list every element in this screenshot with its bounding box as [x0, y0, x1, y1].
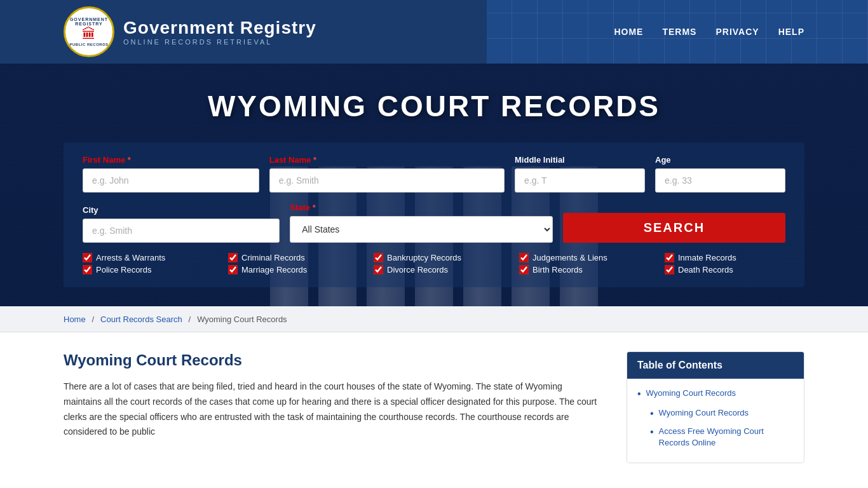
nav-help[interactable]: HELP [778, 27, 804, 37]
search-button[interactable]: SEARCH [563, 213, 785, 243]
age-label: Age [655, 155, 785, 165]
checkbox-death-input[interactable] [665, 265, 674, 274]
logo-area: Government Registry 🏛 Public Records Gov… [64, 6, 316, 57]
checkbox-criminal-input[interactable] [228, 253, 238, 262]
first-name-input[interactable] [83, 168, 259, 193]
checkbox-marriage-input[interactable] [228, 265, 238, 274]
search-form: First Name * Last Name * Middle Initial … [64, 142, 804, 287]
logo-top-text: Government Registry [65, 17, 112, 26]
breadcrumb-home[interactable]: Home [64, 315, 86, 324]
checkbox-col-2: Bankruptcy Records Divorce Records [374, 253, 494, 274]
toc-item-3: • Access Free Wyoming Court Records Onli… [650, 426, 794, 449]
form-row-2: City State * All States Wyoming SEARCH [83, 203, 785, 243]
last-name-label: Last Name * [269, 155, 505, 165]
breadcrumb-current: Wyoming Court Records [197, 315, 287, 324]
content-area: Wyoming Court Records There are a lot of… [0, 332, 868, 482]
checkbox-birth-label: Birth Records [532, 265, 583, 274]
checkbox-birth[interactable]: Birth Records [519, 265, 640, 274]
state-group: State * All States Wyoming [290, 203, 553, 243]
toc-sidebar: Table of Contents • Wyoming Court Record… [627, 351, 804, 463]
city-group: City [83, 205, 280, 243]
toc-link-1[interactable]: Wyoming Court Records [646, 388, 736, 399]
checkbox-col-3: Judgements & Liens Birth Records [519, 253, 640, 274]
main-article: Wyoming Court Records There are a lot of… [64, 351, 627, 440]
checkbox-birth-input[interactable] [519, 265, 529, 274]
brand-sub: Online Records Retrieval [123, 38, 316, 46]
article-title: Wyoming Court Records [64, 351, 601, 369]
nav-terms[interactable]: TERMS [662, 27, 696, 37]
form-row-1: First Name * Last Name * Middle Initial … [83, 155, 785, 193]
main-nav: HOME TERMS PRIVACY HELP [614, 27, 804, 37]
breadcrumb-sep-1: / [92, 315, 95, 324]
toc-bullet-1: • [637, 388, 641, 401]
site-header: Government Registry 🏛 Public Records Gov… [0, 0, 868, 64]
toc-bullet-2: • [650, 407, 654, 421]
checkbox-inmate[interactable]: Inmate Records [665, 253, 785, 262]
toc-item-1: • Wyoming Court Records [637, 388, 794, 401]
state-label: State * [290, 203, 553, 212]
checkbox-police-label: Police Records [96, 265, 151, 274]
middle-initial-input[interactable] [515, 168, 645, 193]
checkbox-divorce-input[interactable] [374, 265, 383, 274]
checkbox-bankruptcy-input[interactable] [374, 253, 383, 262]
toc-sub: • Wyoming Court Records • Access Free Wy… [650, 407, 794, 449]
checkbox-divorce[interactable]: Divorce Records [374, 265, 494, 274]
middle-initial-group: Middle Initial [515, 155, 645, 193]
toc-bullet-3: • [650, 426, 654, 439]
state-select[interactable]: All States Wyoming [290, 216, 553, 243]
checkbox-judgements-label: Judgements & Liens [532, 253, 607, 262]
age-input[interactable] [655, 168, 785, 193]
checkbox-death[interactable]: Death Records [665, 265, 785, 274]
brand-name: Government Registry [123, 18, 316, 38]
checkbox-arrests[interactable]: Arrests & Warrants [83, 253, 203, 262]
checkbox-police-input[interactable] [83, 265, 92, 274]
hero-section: Wyoming Court Records First Name * Last … [0, 64, 868, 306]
toc-link-2[interactable]: Wyoming Court Records [659, 407, 749, 419]
hero-title: Wyoming Court Records [64, 89, 804, 123]
toc-item-2: • Wyoming Court Records [650, 407, 794, 421]
city-label: City [83, 205, 280, 215]
city-input[interactable] [83, 219, 280, 243]
last-name-group: Last Name * [269, 155, 505, 193]
checkbox-bankruptcy[interactable]: Bankruptcy Records [374, 253, 494, 262]
checkbox-judgements[interactable]: Judgements & Liens [519, 253, 640, 262]
checkbox-col-0: Arrests & Warrants Police Records [83, 253, 203, 274]
checkbox-arrests-label: Arrests & Warrants [96, 253, 165, 262]
logo-inner: Government Registry 🏛 Public Records [65, 17, 112, 46]
brand-text: Government Registry Online Records Retri… [123, 18, 316, 46]
nav-privacy[interactable]: PRIVACY [715, 27, 759, 37]
breadcrumb: Home / Court Records Search / Wyoming Co… [0, 306, 868, 332]
checkbox-divorce-label: Divorce Records [387, 265, 448, 274]
age-group: Age [655, 155, 785, 193]
checkbox-inmate-input[interactable] [665, 253, 674, 262]
first-name-group: First Name * [83, 155, 259, 193]
hero-content: Wyoming Court Records First Name * Last … [64, 89, 804, 287]
article-body: There are a lot of cases that are being … [64, 379, 601, 440]
toc-link-3[interactable]: Access Free Wyoming Court Records Online [659, 426, 794, 449]
toc-header: Table of Contents [627, 352, 804, 379]
first-name-label: First Name * [83, 155, 259, 165]
toc-list: • Wyoming Court Records • Wyoming Court … [627, 379, 804, 463]
nav-home[interactable]: HOME [614, 27, 643, 37]
checkbox-arrests-input[interactable] [83, 253, 92, 262]
checkbox-marriage-label: Marriage Records [241, 265, 307, 274]
building-icon: 🏛 [65, 26, 112, 43]
checkbox-judgements-input[interactable] [519, 253, 529, 262]
breadcrumb-court-records[interactable]: Court Records Search [100, 315, 182, 324]
checkbox-marriage[interactable]: Marriage Records [228, 265, 349, 274]
breadcrumb-sep-2: / [189, 315, 191, 324]
checkbox-area: Arrests & Warrants Police Records Crimin… [83, 253, 785, 274]
logo-bottom-text: Public Records [65, 43, 112, 46]
checkbox-bankruptcy-label: Bankruptcy Records [387, 253, 461, 262]
checkbox-police[interactable]: Police Records [83, 265, 203, 274]
checkbox-inmate-label: Inmate Records [678, 253, 736, 262]
last-name-input[interactable] [269, 168, 505, 193]
middle-initial-label: Middle Initial [515, 155, 645, 165]
checkbox-col-4: Inmate Records Death Records [665, 253, 785, 274]
checkbox-criminal[interactable]: Criminal Records [228, 253, 349, 262]
logo-circle: Government Registry 🏛 Public Records [64, 6, 114, 57]
checkbox-col-1: Criminal Records Marriage Records [228, 253, 349, 274]
checkbox-death-label: Death Records [678, 265, 733, 274]
checkbox-criminal-label: Criminal Records [241, 253, 305, 262]
